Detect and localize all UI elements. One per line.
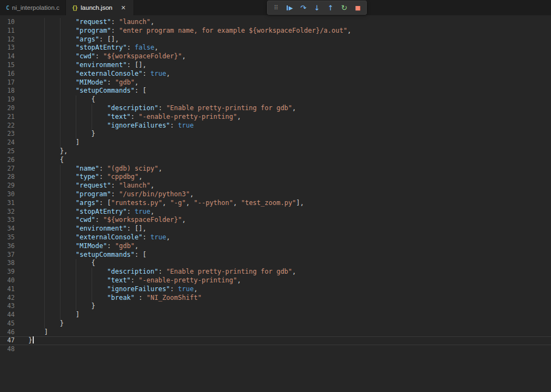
line-number[interactable]: 10 — [0, 18, 15, 27]
line-number[interactable]: 39 — [0, 268, 15, 276]
code-line[interactable]: 25 }, — [0, 147, 551, 156]
code-line[interactable]: 13 "stopAtEntry": false, — [0, 44, 551, 52]
code-line[interactable]: 24 ] — [0, 138, 551, 147]
line-number[interactable]: 31 — [0, 199, 15, 208]
code-line[interactable]: 31 "args": ["runtests.py", "-g", "--pyth… — [0, 199, 551, 208]
code-line[interactable]: 44 ] — [0, 311, 551, 319]
line-number[interactable]: 44 — [0, 311, 15, 319]
step-into-button[interactable]: ↓ — [310, 2, 324, 14]
line-number[interactable]: 18 — [0, 87, 15, 95]
code-line[interactable]: 30 "program": "/usr/bin/python3", — [0, 190, 551, 199]
line-number[interactable]: 37 — [0, 251, 15, 260]
line-number[interactable]: 33 — [0, 216, 15, 225]
code-line[interactable]: 43 } — [0, 302, 551, 311]
line-number[interactable]: 32 — [0, 208, 15, 216]
code-text: "text": "-enable-pretty-printing", — [28, 276, 551, 285]
code-line[interactable]: 37 "setupCommands": [ — [0, 251, 551, 260]
code-line[interactable]: 17 "MIMode": "gdb", — [0, 79, 551, 87]
code-line[interactable]: 19 { — [0, 95, 551, 104]
indent-guide — [44, 173, 45, 182]
line-number[interactable]: 38 — [0, 259, 15, 268]
code-line[interactable]: 34 "environment": [], — [0, 225, 551, 233]
code-text: }, — [28, 147, 551, 156]
line-number[interactable]: 22 — [0, 122, 15, 130]
code-line[interactable]: 41 "ignoreFailures": true, — [0, 285, 551, 294]
line-number[interactable]: 19 — [0, 95, 15, 104]
line-number[interactable]: 35 — [0, 233, 15, 242]
code-text: } — [28, 336, 551, 345]
close-icon[interactable]: × — [119, 3, 128, 12]
code-line[interactable]: 20 "description": "Enable pretty-printin… — [0, 104, 551, 113]
line-number[interactable]: 17 — [0, 79, 15, 87]
line-number[interactable]: 13 — [0, 44, 15, 52]
line-number[interactable]: 21 — [0, 113, 15, 122]
code-line[interactable]: 14 "cwd": "${workspaceFolder}", — [0, 52, 551, 61]
code-line[interactable]: 39 "description": "Enable pretty-printin… — [0, 268, 551, 276]
line-number[interactable]: 15 — [0, 61, 15, 70]
line-number[interactable]: 29 — [0, 182, 15, 190]
code-line[interactable]: 35 "externalConsole": true, — [0, 233, 551, 242]
code-line[interactable]: 21 "text": "-enable-pretty-printing", — [0, 113, 551, 122]
step-over-button[interactable]: ↷ — [296, 2, 310, 14]
code-text: ] — [28, 311, 551, 319]
line-number[interactable]: 34 — [0, 225, 15, 233]
tab-ni-interpolation-c[interactable]: C ni_interpolation.c — [0, 0, 66, 15]
indent-guide — [60, 113, 60, 122]
code-text: "setupCommands": [ — [28, 87, 551, 95]
line-number[interactable]: 24 — [0, 138, 15, 147]
continue-button[interactable]: ▶ — [283, 2, 296, 14]
code-line[interactable]: 27 "name": "(gdb) scipy", — [0, 165, 551, 173]
code-text: "ignoreFailures": true — [28, 122, 551, 130]
line-number[interactable]: 36 — [0, 242, 15, 251]
line-number[interactable]: 42 — [0, 294, 15, 303]
line-number[interactable]: 27 — [0, 165, 15, 173]
indent-guide — [44, 182, 45, 190]
code-line[interactable]: 29 "request": "launch", — [0, 182, 551, 190]
code-line[interactable]: 45 } — [0, 319, 551, 328]
c-file-icon: C — [6, 5, 9, 11]
line-number[interactable]: 28 — [0, 173, 15, 182]
code-line[interactable]: 16 "externalConsole": true, — [0, 70, 551, 79]
line-number[interactable]: 26 — [0, 156, 15, 165]
code-line[interactable]: 36 "MIMode": "gdb", — [0, 242, 551, 251]
code-line[interactable]: 32 "stopAtEntry": true, — [0, 208, 551, 216]
code-line[interactable]: 38 { — [0, 259, 551, 268]
code-line[interactable]: 12 "args": [], — [0, 35, 551, 44]
code-line[interactable]: 22 "ignoreFailures": true — [0, 122, 551, 130]
code-line[interactable]: 15 "environment": [], — [0, 61, 551, 70]
code-editor[interactable]: 10 "request": "launch",11 "program": "en… — [0, 15, 551, 392]
drag-handle[interactable]: ⠿ — [269, 2, 283, 14]
line-number[interactable]: 30 — [0, 190, 15, 199]
step-out-button[interactable]: ↑ — [324, 2, 337, 14]
line-number[interactable]: 47 — [0, 336, 15, 345]
stop-button[interactable]: ■ — [351, 2, 365, 14]
indent-guide — [76, 104, 76, 113]
line-number[interactable]: 25 — [0, 147, 15, 156]
restart-button[interactable]: ↻ — [337, 2, 351, 14]
code-line[interactable]: 46 ] — [0, 328, 551, 337]
code-line[interactable]: 42 "break" : "NI_ZoomShift" — [0, 294, 551, 303]
code-line[interactable]: 11 "program": "enter program name, for e… — [0, 27, 551, 35]
line-number[interactable]: 46 — [0, 328, 15, 337]
code-line[interactable]: 40 "text": "-enable-pretty-printing", — [0, 276, 551, 285]
line-number[interactable]: 11 — [0, 27, 15, 35]
tab-launch-json[interactable]: {} launch.json × — [66, 0, 134, 15]
code-line[interactable]: 18 "setupCommands": [ — [0, 87, 551, 95]
code-line[interactable]: 48 — [0, 345, 551, 354]
code-line[interactable]: 23 } — [0, 130, 551, 138]
code-line[interactable]: 47} — [0, 336, 551, 345]
line-number[interactable]: 43 — [0, 302, 15, 311]
line-number[interactable]: 45 — [0, 319, 15, 328]
code-line[interactable]: 28 "type": "cppdbg", — [0, 173, 551, 182]
code-line[interactable]: 26 { — [0, 156, 551, 165]
code-line[interactable]: 33 "cwd": "${workspaceFolder}", — [0, 216, 551, 225]
line-number[interactable]: 40 — [0, 276, 15, 285]
line-number[interactable]: 48 — [0, 345, 15, 354]
code-line[interactable]: 10 "request": "launch", — [0, 18, 551, 27]
line-number[interactable]: 41 — [0, 285, 15, 294]
line-number[interactable]: 14 — [0, 52, 15, 61]
line-number[interactable]: 16 — [0, 70, 15, 79]
line-number[interactable]: 20 — [0, 104, 15, 113]
line-number[interactable]: 23 — [0, 130, 15, 138]
line-number[interactable]: 12 — [0, 35, 15, 44]
